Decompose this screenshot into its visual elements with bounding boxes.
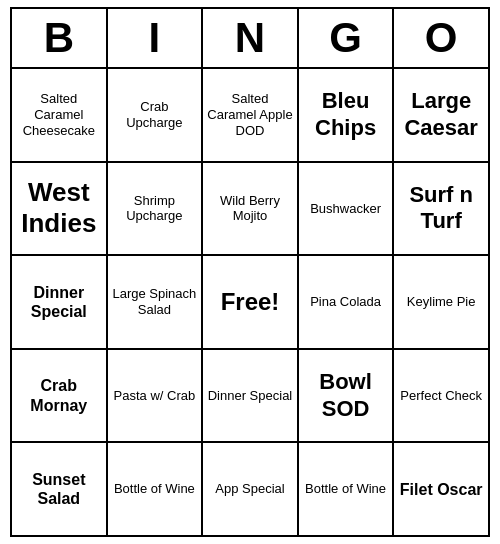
- bingo-cell: Filet Oscar: [394, 443, 488, 535]
- bingo-cell: App Special: [203, 443, 299, 535]
- bingo-cell: Free!: [203, 256, 299, 348]
- bingo-row: Crab MornayPasta w/ CrabDinner SpecialBo…: [12, 350, 488, 444]
- bingo-cell: Crab Upcharge: [108, 69, 204, 161]
- bingo-cell: Perfect Check: [394, 350, 488, 442]
- header-letter: B: [12, 9, 108, 67]
- bingo-cell: Bottle of Wine: [299, 443, 395, 535]
- bingo-row: Salted Caramel CheesecakeCrab UpchargeSa…: [12, 69, 488, 163]
- header-letter: O: [394, 9, 488, 67]
- bingo-header: BINGO: [12, 9, 488, 69]
- bingo-row: Dinner SpecialLarge Spinach SaladFree!Pi…: [12, 256, 488, 350]
- header-letter: N: [203, 9, 299, 67]
- bingo-cell: Large Spinach Salad: [108, 256, 204, 348]
- bingo-cell: Pina Colada: [299, 256, 395, 348]
- bingo-cell: Bowl SOD: [299, 350, 395, 442]
- bingo-cell: Bleu Chips: [299, 69, 395, 161]
- bingo-cell: Surf n Turf: [394, 163, 488, 255]
- bingo-row: Sunset SaladBottle of WineApp SpecialBot…: [12, 443, 488, 535]
- header-letter: I: [108, 9, 204, 67]
- bingo-cell: Salted Caramel Apple DOD: [203, 69, 299, 161]
- bingo-cell: Crab Mornay: [12, 350, 108, 442]
- bingo-cell: Bushwacker: [299, 163, 395, 255]
- bingo-cell: Sunset Salad: [12, 443, 108, 535]
- header-letter: G: [299, 9, 395, 67]
- bingo-cell: Keylime Pie: [394, 256, 488, 348]
- bingo-cell: Bottle of Wine: [108, 443, 204, 535]
- bingo-cell: Pasta w/ Crab: [108, 350, 204, 442]
- bingo-cell: Salted Caramel Cheesecake: [12, 69, 108, 161]
- bingo-cell: Shrimp Upcharge: [108, 163, 204, 255]
- bingo-row: West IndiesShrimp UpchargeWild Berry Moj…: [12, 163, 488, 257]
- bingo-cell: Dinner Special: [12, 256, 108, 348]
- bingo-grid: Salted Caramel CheesecakeCrab UpchargeSa…: [12, 69, 488, 535]
- bingo-cell: Large Caesar: [394, 69, 488, 161]
- bingo-cell: West Indies: [12, 163, 108, 255]
- bingo-card: BINGO Salted Caramel CheesecakeCrab Upch…: [10, 7, 490, 537]
- bingo-cell: Dinner Special: [203, 350, 299, 442]
- bingo-cell: Wild Berry Mojito: [203, 163, 299, 255]
